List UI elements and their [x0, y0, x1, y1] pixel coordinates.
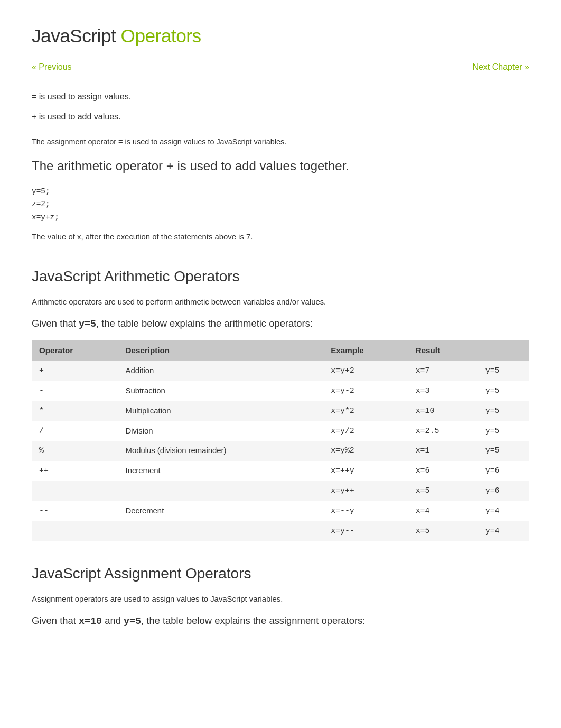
- next-chapter-link[interactable]: Next Chapter »: [472, 60, 529, 74]
- cell-operator: --: [32, 501, 118, 521]
- arithmetic-section: JavaScript Arithmetic Operators Arithmet…: [32, 265, 529, 541]
- cell-y: y=5: [478, 401, 529, 421]
- arithmetic-headline: The arithmetic operator + is used to add…: [32, 156, 529, 176]
- cell-operator: [32, 521, 118, 541]
- cell-y: y=4: [478, 501, 529, 521]
- table-row: /Divisionx=y/2x=2.5y=5: [32, 421, 529, 441]
- cell-y: y=5: [478, 361, 529, 381]
- intro-line1: = is used to assign values.: [32, 90, 529, 104]
- intro-line2: + is used to add values.: [32, 110, 529, 124]
- col-description: Description: [118, 340, 324, 361]
- table-header-row: Operator Description Example Result: [32, 340, 529, 361]
- code-line1: y=5;: [32, 185, 529, 198]
- cell-result: x=6: [408, 461, 478, 481]
- cell-description: Modulus (division remainder): [118, 441, 324, 461]
- intro-list: = is used to assign values. + is used to…: [32, 90, 529, 123]
- arithmetic-section-title: JavaScript Arithmetic Operators: [32, 265, 529, 289]
- cell-result: x=4: [408, 501, 478, 521]
- cell-description: Increment: [118, 461, 324, 481]
- assignment-section-desc: Assignment operators are used to assign …: [32, 593, 529, 606]
- cell-result: x=5: [408, 521, 478, 541]
- cell-y: y=5: [478, 421, 529, 441]
- cell-example: x=y*2: [323, 401, 408, 421]
- page-title: JavaScript Operators: [32, 21, 529, 51]
- assignment-section-title: JavaScript Assignment Operators: [32, 562, 529, 586]
- col-y: [478, 340, 529, 361]
- cell-example: x=y%2: [323, 441, 408, 461]
- cell-description: Addition: [118, 361, 324, 381]
- previous-link[interactable]: « Previous: [32, 60, 72, 74]
- cell-operator: +: [32, 361, 118, 381]
- arithmetic-given-note: Given that y=5, the table below explains…: [32, 316, 529, 332]
- value-note: The value of x, after the execution of t…: [32, 231, 529, 244]
- cell-example: x=y/2: [323, 421, 408, 441]
- col-operator: Operator: [32, 340, 118, 361]
- cell-y: y=5: [478, 381, 529, 401]
- cell-operator: /: [32, 421, 118, 441]
- table-row: --Decrementx=--yx=4y=4: [32, 501, 529, 521]
- cell-example: x=y--: [323, 521, 408, 541]
- code-line3: x=y+z;: [32, 211, 529, 224]
- cell-y: y=6: [478, 481, 529, 501]
- arithmetic-section-desc: Arithmetic operators are used to perform…: [32, 296, 529, 309]
- table-row: %Modulus (division remainder)x=y%2x=1y=5: [32, 441, 529, 461]
- cell-description: Multiplication: [118, 401, 324, 421]
- assignment-code: =: [118, 138, 123, 146]
- cell-result: x=1: [408, 441, 478, 461]
- col-example: Example: [323, 340, 408, 361]
- cell-result: x=5: [408, 481, 478, 501]
- cell-description: Division: [118, 421, 324, 441]
- cell-result: x=2.5: [408, 421, 478, 441]
- title-accent: Operators: [121, 25, 201, 46]
- assignment-note: The assignment operator = is used to ass…: [32, 136, 529, 149]
- title-static: JavaScript: [32, 25, 116, 46]
- table-row: x=y--x=5y=4: [32, 521, 529, 541]
- cell-example: x=--y: [323, 501, 408, 521]
- cell-result: x=7: [408, 361, 478, 381]
- cell-operator: %: [32, 441, 118, 461]
- table-row: ++Incrementx=++yx=6y=6: [32, 461, 529, 481]
- cell-description: Decrement: [118, 501, 324, 521]
- col-result: Result: [408, 340, 478, 361]
- cell-result: x=10: [408, 401, 478, 421]
- cell-operator: ++: [32, 461, 118, 481]
- cell-y: y=6: [478, 461, 529, 481]
- arithmetic-table: Operator Description Example Result +Add…: [32, 340, 529, 541]
- assignment-section: JavaScript Assignment Operators Assignme…: [32, 562, 529, 629]
- cell-example: x=y-2: [323, 381, 408, 401]
- code-block: y=5; z=2; x=y+z;: [32, 185, 529, 224]
- cell-description: Subtraction: [118, 381, 324, 401]
- cell-description: [118, 481, 324, 501]
- code-line2: z=2;: [32, 198, 529, 210]
- cell-example: x=++y: [323, 461, 408, 481]
- cell-y: y=4: [478, 521, 529, 541]
- cell-result: x=3: [408, 381, 478, 401]
- table-row: *Multiplicationx=y*2x=10y=5: [32, 401, 529, 421]
- nav-bar: « Previous Next Chapter »: [32, 60, 529, 74]
- table-row: -Subtractionx=y-2x=3y=5: [32, 381, 529, 401]
- cell-example: x=y++: [323, 481, 408, 501]
- cell-operator: [32, 481, 118, 501]
- table-row: x=y++x=5y=6: [32, 481, 529, 501]
- cell-example: x=y+2: [323, 361, 408, 381]
- table-row: +Additionx=y+2x=7y=5: [32, 361, 529, 381]
- cell-y: y=5: [478, 441, 529, 461]
- cell-operator: *: [32, 401, 118, 421]
- cell-description: [118, 521, 324, 541]
- assignment-given-note: Given that x=10 and y=5, the table below…: [32, 613, 529, 629]
- cell-operator: -: [32, 381, 118, 401]
